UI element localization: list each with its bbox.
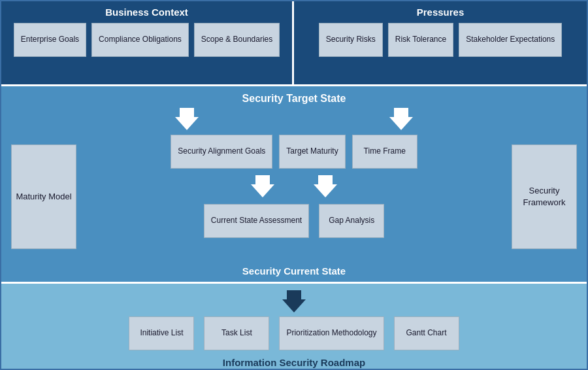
- card-stakeholder-expectations: Stakeholder Expectations: [459, 23, 562, 57]
- pressures-cards: Security Risks Risk Tolerance Stakeholde…: [302, 23, 579, 57]
- card-prioritization-methodology: Prioritization Methodology: [279, 316, 384, 350]
- card-security-risks: Security Risks: [319, 23, 383, 57]
- current-state-cards: Current State Assessment Gap Analysis: [204, 204, 384, 238]
- arrow-from-pressures: [389, 108, 413, 130]
- card-gantt-chart: Gantt Chart: [394, 316, 459, 350]
- pressures-panel: Pressures Security Risks Risk Tolerance …: [294, 1, 587, 84]
- top-arrows: [1, 108, 587, 130]
- top-section: Business Context Enterprise Goals Compli…: [1, 1, 587, 86]
- card-gap-analysis: Gap Analysis: [319, 204, 384, 238]
- main-diagram: Business Context Enterprise Goals Compli…: [0, 0, 588, 370]
- card-current-state-assessment: Current State Assessment: [204, 204, 309, 238]
- security-current-state-label: Security Current State: [1, 262, 587, 282]
- bottom-title: Information Security Roadmap: [223, 357, 365, 368]
- middle-title: Security Target State: [1, 86, 587, 108]
- arrow-head-left: [175, 117, 199, 130]
- card-time-frame: Time Frame: [352, 135, 417, 169]
- middle-inner: Security Alignment Goals Target Maturity…: [76, 135, 512, 242]
- maturity-model-card: Maturity Model: [11, 144, 76, 249]
- business-context-cards: Enterprise Goals Compliance Obligations …: [9, 23, 284, 57]
- arrow-head-mid-right: [314, 184, 337, 197]
- arrow-head-mid-left: [251, 184, 274, 197]
- arrow-mid-right: [314, 175, 337, 197]
- card-initiative-list: Initiative List: [129, 316, 194, 350]
- card-security-alignment-goals: Security Alignment Goals: [171, 135, 272, 169]
- arrow-shaft-bottom: [287, 290, 301, 299]
- card-target-maturity: Target Maturity: [279, 135, 345, 169]
- bottom-arrow-row: [282, 290, 306, 312]
- arrow-shaft-left: [180, 108, 194, 117]
- arrow-to-roadmap: [282, 290, 306, 312]
- business-context-title: Business Context: [9, 7, 284, 18]
- security-framework-card: Security Framework: [512, 144, 577, 249]
- arrow-head-right: [389, 117, 413, 130]
- arrow-shaft-mid-left: [255, 175, 270, 184]
- card-compliance-obligations: Compliance Obligations: [91, 23, 189, 57]
- card-task-list: Task List: [204, 316, 269, 350]
- bottom-section: Initiative List Task List Prioritization…: [1, 284, 587, 369]
- arrow-from-business: [175, 108, 199, 130]
- middle-content: Maturity Model Security Alignment Goals …: [1, 131, 587, 262]
- card-scope-boundaries: Scope & Boundaries: [194, 23, 280, 57]
- arrow-mid-left: [251, 175, 274, 197]
- card-enterprise-goals: Enterprise Goals: [14, 23, 86, 57]
- arrow-head-bottom: [282, 299, 306, 312]
- card-risk-tolerance: Risk Tolerance: [388, 23, 453, 57]
- arrow-shaft-right: [394, 108, 408, 117]
- middle-section: Security Target State Maturity Model Sec…: [1, 86, 587, 284]
- middle-arrows: [251, 175, 337, 197]
- arrow-shaft-mid-right: [318, 175, 333, 184]
- roadmap-cards: Initiative List Task List Prioritization…: [129, 316, 459, 350]
- target-state-cards: Security Alignment Goals Target Maturity…: [171, 135, 417, 169]
- pressures-title: Pressures: [302, 7, 579, 18]
- business-context-panel: Business Context Enterprise Goals Compli…: [1, 1, 294, 84]
